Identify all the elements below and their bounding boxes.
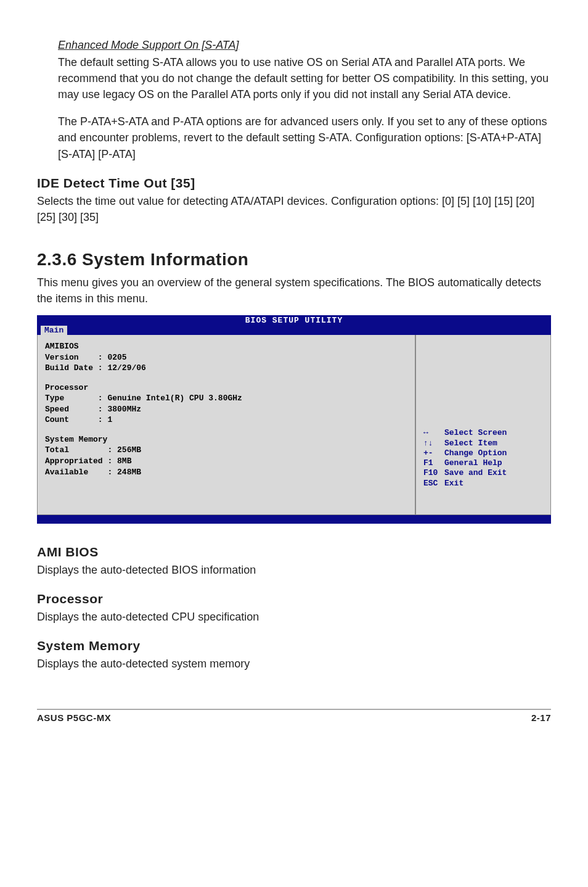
footer: ASUS P5GC-MX 2-17	[37, 712, 551, 723]
enhanced-mode-block: Enhanced Mode Support On [S-ATA] The def…	[58, 37, 551, 102]
footer-right: 2-17	[531, 712, 551, 723]
system-information-heading: 2.3.6 System Information	[37, 250, 551, 270]
footer-left: ASUS P5GC-MX	[37, 712, 111, 723]
ami-bios-body: Displays the auto-detected BIOS informat…	[37, 562, 551, 578]
bios-builddate-value: 12/29/06	[107, 363, 145, 373]
bios-screenshot: BIOS SETUP UTILITY Main AMIBIOS Version …	[37, 315, 551, 524]
help-key-select-item: ↑↓	[423, 439, 444, 448]
bios-type-label: Type	[45, 394, 64, 403]
ide-detect-body: Selects the time out value for detecting…	[37, 193, 551, 225]
bios-builddate-label: Build Date	[45, 363, 93, 373]
bios-sysmem-label: System Memory	[45, 434, 407, 445]
bios-speed-label: Speed	[45, 405, 69, 414]
help-val-select-item: Select Item	[444, 439, 497, 448]
ide-detect-heading: IDE Detect Time Out [35]	[37, 176, 551, 191]
system-information-body: This menu gives you an overview of the g…	[37, 274, 551, 307]
bios-approp-value: 8MB	[117, 456, 131, 466]
bios-approp-label: Appropriated	[45, 456, 103, 466]
help-key-exit: ESC	[423, 479, 444, 489]
bios-type-value: Genuine Intel(R) CPU 3.80GHz	[107, 394, 242, 403]
help-val-exit: Exit	[444, 479, 463, 488]
bios-left-panel: AMIBIOS Version : 0205 Build Date : 12/2…	[37, 335, 415, 515]
help-key-change-option: +-	[423, 448, 444, 458]
enhanced-mode-heading: Enhanced Mode Support On [S-ATA]	[58, 37, 551, 53]
bios-total-value: 256MB	[117, 445, 141, 455]
help-val-save-exit: Save and Exit	[444, 468, 507, 477]
bios-speed-value: 3800MHz	[107, 405, 141, 414]
bios-amibios-label: AMIBIOS	[45, 341, 407, 352]
bios-version-label: Version	[45, 353, 79, 362]
enhanced-mode-p2-block: The P-ATA+S-ATA and P-ATA options are fo…	[58, 113, 551, 162]
bios-help-panel: ↔Select Screen ↑↓Select Item +-Change Op…	[415, 335, 551, 515]
help-val-select-screen: Select Screen	[444, 428, 507, 437]
help-key-save-exit: F10	[423, 468, 444, 478]
bios-tabbar: Main	[37, 326, 551, 335]
help-key-general-help: F1	[423, 458, 444, 468]
system-memory-body: Displays the auto-detected system memory	[37, 656, 551, 672]
footer-rule	[37, 709, 551, 710]
bios-processor-label: Processor	[45, 382, 407, 394]
bios-avail-value: 248MB	[117, 468, 141, 477]
processor-heading: Processor	[37, 592, 551, 606]
system-memory-heading: System Memory	[37, 638, 551, 653]
processor-body: Displays the auto-detected CPU specifica…	[37, 609, 551, 625]
bios-title: BIOS SETUP UTILITY	[37, 315, 551, 326]
bios-avail-label: Available	[45, 468, 88, 477]
help-key-select-screen: ↔	[423, 428, 444, 438]
bios-version-value: 0205	[107, 353, 126, 362]
bios-total-label: Total	[45, 445, 69, 455]
help-val-change-option: Change Option	[444, 448, 507, 458]
ami-bios-heading: AMI BIOS	[37, 545, 551, 559]
bios-count-label: Count	[45, 415, 69, 424]
enhanced-mode-p1: The default setting S-ATA allows you to …	[58, 56, 549, 101]
bios-tab-main[interactable]: Main	[41, 326, 67, 335]
enhanced-mode-p2: The P-ATA+S-ATA and P-ATA options are fo…	[58, 115, 547, 160]
help-val-general-help: General Help	[444, 458, 502, 468]
bios-count-value: 1	[107, 415, 112, 424]
